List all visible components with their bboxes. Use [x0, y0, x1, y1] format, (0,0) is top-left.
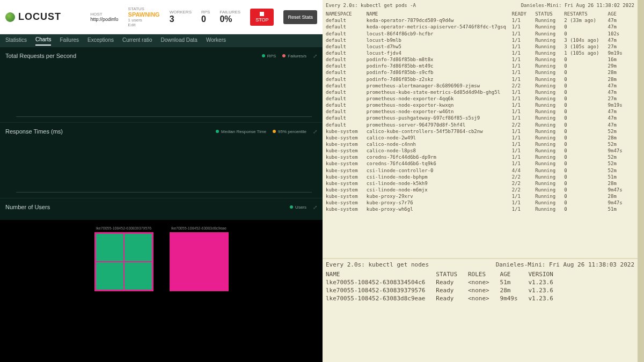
failures-label: FAILURES — [219, 10, 240, 14]
failures-metric: FAILURES 0% — [219, 10, 240, 24]
table-row: kube-system csi-linode-controller-0 4/4 … — [326, 167, 634, 174]
grid-node-1: lke70055-108452-630839379576 — [94, 226, 153, 291]
table-row: kube-system kube-proxy-s7r76 1/1 Running… — [326, 200, 634, 206]
table-row: default prometheus-kube-state-metrics-6d… — [326, 89, 634, 95]
table-row: default prometheus-node-exporter-4qq6k 1… — [326, 95, 634, 102]
table-row: kube-system coredns-76fc44d6b6-tq9k6 1/1… — [326, 160, 634, 167]
logo: LOCUST — [5, 11, 61, 23]
grid-box-1[interactable] — [94, 232, 153, 291]
table-row: default keda-operator-7879dcd589-q9d4w 1… — [326, 17, 634, 24]
grid-label-2: lke70055-108452-63083d8c9eae — [171, 226, 226, 230]
rps-label: RPS — [201, 10, 210, 14]
chart-users-title: Number of Users — [5, 204, 50, 210]
table-row: default prometheus-node-exporter-kwxqn 1… — [326, 102, 634, 108]
host-value: http://podinfo — [91, 17, 119, 22]
table-row: default podinfo-7d86f85bb-mt49c 1/1 Runn… — [326, 63, 634, 69]
status-value: SPAWNING — [128, 11, 160, 18]
failures-value: 0% — [219, 14, 240, 24]
status-users: 1 users — [128, 18, 160, 23]
table-row: default locust-86f4f86cb9-hcfbr 1/1 Runn… — [326, 31, 634, 37]
locust-icon — [5, 12, 15, 22]
expand-icon[interactable]: ⤢ — [313, 204, 317, 210]
table-row: kube-system calico-node-c4nnh 1/1 Runnin… — [326, 141, 634, 147]
tab-download[interactable]: Download Data — [161, 37, 197, 45]
workers-label: WORKERS — [170, 10, 192, 14]
rps-value: 0 — [201, 14, 210, 24]
table-row: kube-system kube-proxy-29xrv 1/1 Running… — [326, 193, 634, 200]
status-metric: STATUS SPAWNING 1 users Edit — [128, 6, 160, 27]
locust-pane: LOCUST HOST http://podinfo STATUS SPAWNI… — [0, 0, 323, 362]
table-row: kube-system kube-proxy-wh6gl 1/1 Running… — [326, 206, 634, 212]
table-row: default podinfo-7d86f85bb-z2skz 1/1 Runn… — [326, 76, 634, 83]
workers-value: 3 — [170, 14, 192, 24]
grid-node-2: lke70055-108452-63083d8c9eae — [170, 226, 229, 291]
term-host: Danieles-Mini: Fri Aug 26 11:38:02 2022 — [521, 2, 634, 9]
stop-icon — [260, 12, 264, 16]
host-metric: HOST http://podinfo — [91, 12, 119, 22]
node-grid-viz: lke70055-108452-630839379576 lke70055-10… — [0, 220, 323, 362]
table-row: kube-system calico-node-2w49l 1/1 Runnin… — [326, 135, 634, 141]
nodes-table: NAME STATUS ROLES AGE VERSION lke70055-1… — [326, 271, 634, 302]
reset-button[interactable]: Reset Stats — [283, 10, 317, 24]
table-row: default podinfo-7d86f85bb-s9cfb 1/1 Runn… — [326, 69, 634, 76]
table-row: default prometheus-pushgateway-697cf86f8… — [326, 115, 634, 121]
nav-tabs: Statistics Charts Failures Exceptions Cu… — [0, 34, 323, 47]
table-row: kube-system calico-node-l8ps8 1/1 Runnin… — [326, 147, 634, 154]
chart-rt-title: Response Times (ms) — [5, 128, 63, 135]
chart-rt-legend: Median Response Time 95% percentile ⤢ — [216, 129, 317, 135]
host-label: HOST — [91, 12, 119, 17]
header-metrics: HOST http://podinfo STATUS SPAWNING 1 us… — [91, 6, 317, 27]
nodes-header: NAME STATUS ROLES AGE VERSION — [326, 271, 634, 279]
table-row: lke70055-108452-6308334504c6 Ready <none… — [326, 279, 634, 287]
tab-workers[interactable]: Workers — [206, 37, 226, 45]
chart-rps-legend: RPS Failures/s ⤢ — [262, 53, 317, 59]
pod-cell — [125, 234, 152, 261]
pod-cell — [96, 234, 123, 261]
tab-failures[interactable]: Failures — [60, 37, 79, 45]
terminal-nodes[interactable]: Every 2.0s: kubectl get nodes Danieles-M… — [323, 258, 638, 305]
chart-rps-title: Total Requests per Second — [5, 53, 76, 59]
status-label: STATUS — [128, 6, 160, 11]
expand-icon[interactable]: ⤢ — [313, 129, 317, 135]
locust-header: LOCUST HOST http://podinfo STATUS SPAWNI… — [0, 0, 323, 34]
logo-text: LOCUST — [18, 11, 61, 23]
dot-icon — [282, 54, 286, 57]
table-row: default locust-fjdv4 1/1 Running 1 (105s… — [326, 50, 634, 56]
chart-users-legend: Users ⤢ — [290, 204, 317, 210]
table-row: kube-system calico-kube-controllers-54f5… — [326, 128, 634, 135]
rps-metric: RPS 0 — [201, 10, 210, 24]
tab-exceptions[interactable]: Exceptions — [87, 37, 114, 45]
tab-charts[interactable]: Charts — [35, 36, 51, 46]
chart-users-panel: Number of Users Users ⤢ — [0, 198, 323, 220]
pod-cell — [96, 262, 123, 290]
table-row: kube-system coredns-76fc44d6b6-dp9rm 1/1… — [326, 154, 634, 160]
tab-current-ratio[interactable]: Current ratio — [122, 37, 152, 45]
table-row: kube-system csi-linode-node-m6mjx 2/2 Ru… — [326, 187, 634, 193]
table-row: default podinfo-7d86f85bb-m8t8x 1/1 Runn… — [326, 56, 634, 63]
chart-rt-body — [5, 139, 317, 193]
dot-icon — [273, 130, 276, 133]
scrollbar[interactable] — [638, 0, 644, 362]
term-cmd: Every 2.0s: kubectl get nodes — [326, 261, 429, 269]
grid-box-2[interactable] — [170, 232, 229, 291]
table-row: default keda-operator-metrics-apiserver-… — [326, 24, 634, 30]
tab-statistics[interactable]: Statistics — [5, 37, 27, 45]
chart-rt-panel: Response Times (ms) Median Response Time… — [0, 123, 323, 198]
table-row: lke70055-108452-630839379576 Ready <none… — [326, 287, 634, 295]
charts-area: Total Requests per Second RPS Failures/s… — [0, 47, 323, 362]
expand-icon[interactable]: ⤢ — [313, 53, 317, 59]
pod-cell — [125, 262, 152, 290]
dot-icon — [216, 130, 219, 133]
grid-label-1: lke70055-108452-630839379576 — [96, 226, 151, 230]
table-row: kube-system csi-linode-node-k5kh9 2/2 Ru… — [326, 180, 634, 187]
edit-link[interactable]: Edit — [128, 23, 160, 27]
terminal-pods[interactable]: Every 2.0s: kubectl get pods -A Danieles… — [323, 0, 638, 215]
table-row: default prometheus-server-9647970d8f-5hf… — [326, 122, 634, 128]
stop-label: STOP — [255, 17, 268, 23]
table-row: default locust-b9mlb 1/1 Running 3 (104s… — [326, 37, 634, 43]
term-cmd: Every 2.0s: kubectl get pods -A — [326, 2, 416, 9]
workers-metric: WORKERS 3 — [170, 10, 192, 24]
table-row: default prometheus-alertmanager-8c689696… — [326, 83, 634, 89]
table-row: default locust-d7hw5 1/1 Running 3 (105s… — [326, 43, 634, 50]
stop-button[interactable]: STOP — [250, 9, 274, 26]
